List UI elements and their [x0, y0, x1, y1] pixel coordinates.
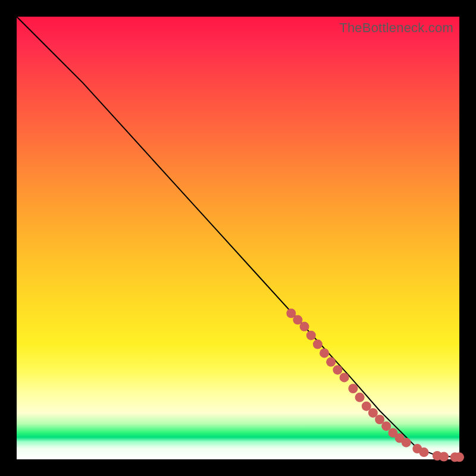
data-point — [306, 331, 316, 340]
data-point — [355, 393, 365, 402]
data-point — [348, 384, 358, 393]
data-point — [419, 447, 429, 457]
data-point — [340, 372, 349, 382]
data-point — [333, 365, 342, 375]
chart-svg — [17, 17, 459, 459]
plot-area: TheBottleneck.com — [17, 17, 459, 459]
curve-line — [17, 17, 459, 457]
data-point — [320, 348, 329, 358]
data-point — [402, 438, 411, 447]
data-point — [455, 452, 464, 462]
data-point — [439, 452, 449, 462]
chart-stage: TheBottleneck.com — [0, 0, 476, 476]
data-point — [300, 322, 309, 331]
data-point — [313, 340, 322, 349]
data-point — [326, 357, 336, 367]
scatter-dots — [286, 309, 464, 462]
